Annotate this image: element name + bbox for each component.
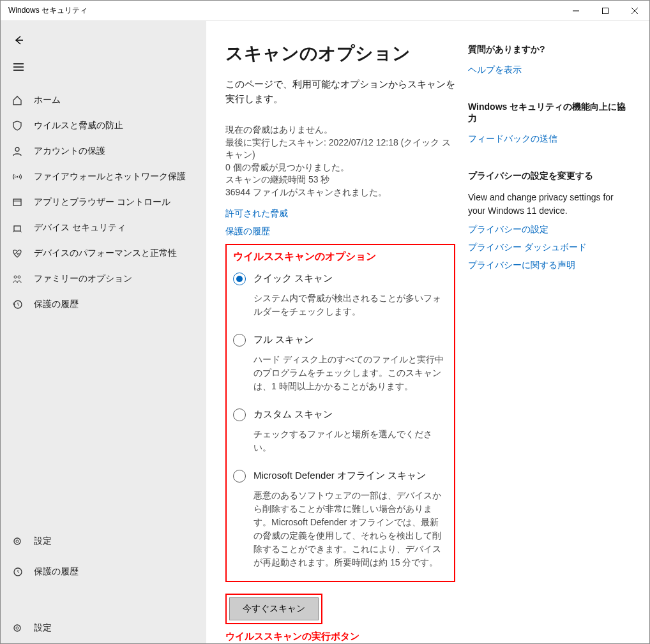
nav-virus[interactable]: ウイルスと脅威の防止 [1,113,206,139]
right-panel: 質問がありますか? ヘルプを表示 Windows セキュリティの機能向上に協力 … [468,41,628,628]
minimize-button[interactable] [561,1,591,21]
chip-icon [11,223,24,233]
radio-icon [233,273,246,285]
privacy-heading: プライバシーの設定を変更する [468,170,628,182]
history-icon [11,567,24,577]
maximize-button[interactable] [591,1,620,21]
status-duration: スキャンの継続時間 53 秒 [225,174,455,186]
nav-family[interactable]: ファミリーのオプション [1,266,206,292]
svg-point-8 [15,147,19,151]
antenna-icon [11,172,24,182]
window-icon [11,197,24,207]
svg-rect-10 [13,199,21,206]
scan-status: 現在の脅威はありません。 最後に実行したスキャン: 2022/07/12 12:… [225,124,455,199]
scan-options-highlight: ウイルススキャンのオプション クイック スキャン システム内で脅威が検出されるこ… [225,244,455,582]
page-title: スキャンのオプション [225,41,455,66]
scan-now-button[interactable]: 今すぐスキャン [229,597,319,620]
back-button[interactable] [6,29,31,52]
status-found: 0 個の脅威が見つかりました。 [225,161,455,174]
nav-home[interactable]: ホーム [1,87,206,113]
help-link[interactable]: ヘルプを表示 [468,64,628,76]
scan-options-heading: ウイルススキャンのオプション [233,250,448,264]
svg-point-15 [14,276,17,278]
back-arrow-icon [13,34,24,46]
svg-line-13 [13,231,14,232]
svg-rect-12 [14,226,20,231]
svg-point-21 [14,625,20,631]
menu-button[interactable] [6,56,31,79]
help-heading: 質問がありますか? [468,44,628,56]
radio-desc: チェックするファイルと場所を選んでください。 [253,428,448,454]
titlebar: Windows セキュリティ [1,1,649,21]
option-custom-scan[interactable]: カスタム スキャン チェックするファイルと場所を選んでください。 [233,408,448,454]
svg-point-19 [16,540,19,543]
radio-label: カスタム スキャン [253,408,333,421]
option-full-scan[interactable]: フル スキャン ハード ディスク上のすべてのファイルと実行中のプログラムをチェッ… [233,334,448,393]
close-icon [631,8,638,14]
main-content: スキャンのオプション このページで、利用可能なオプションからスキャンを実行します… [206,21,649,643]
minimize-icon [573,8,579,14]
person-icon [11,146,24,156]
nav-label: ファミリーのオプション [34,273,132,285]
privacy-dashboard-link[interactable]: プライバシー ダッシュボード [468,242,628,253]
home-icon [11,95,24,105]
nav-history-lower[interactable]: 保護の履歴 [1,557,206,587]
nav-history[interactable]: 保護の履歴 [1,292,206,317]
svg-rect-1 [603,8,608,13]
nav-label: ウイルスと脅威の防止 [34,120,123,131]
page-subtitle: このページで、利用可能なオプションからスキャンを実行します。 [225,77,455,106]
option-offline-scan[interactable]: Microsoft Defender オフライン スキャン 悪意のあるソフトウェ… [233,470,448,569]
scan-button-highlight: 今すぐスキャン [225,594,322,624]
privacy-settings-link[interactable]: プライバシーの設定 [468,224,628,236]
nav-account[interactable]: アカウントの保護 [1,139,206,164]
hamburger-icon [13,63,24,71]
svg-line-14 [20,231,22,232]
gear-icon [11,623,24,633]
nav-settings-upper[interactable]: 設定 [1,526,206,557]
privacy-desc: View and change privacy settings for you… [468,191,628,218]
nav-label: 保護の履歴 [34,566,79,578]
nav-list: ホーム ウイルスと脅威の防止 アカウントの保護 ファイアウォールとネットワーク保… [1,87,206,317]
radio-icon [233,334,246,347]
nav-firewall[interactable]: ファイアウォールとネットワーク保護 [1,164,206,190]
feedback-heading: Windows セキュリティの機能向上に協力 [468,101,628,124]
nav-appbrowser[interactable]: アプリとブラウザー コントロール [1,190,206,215]
status-files: 36944 ファイルがスキャンされました。 [225,186,455,199]
maximize-icon [602,8,608,14]
allowed-threats-link[interactable]: 許可された脅威 [225,208,455,220]
radio-desc: システム内で脅威が検出されることが多いフォルダーをチェックします。 [253,292,448,318]
nav-performance[interactable]: デバイスのパフォーマンスと正常性 [1,241,206,266]
radio-label: フル スキャン [253,334,314,346]
svg-point-16 [18,276,20,278]
protection-history-link[interactable]: 保護の履歴 [225,226,455,237]
status-last-scan: 最後に実行したスキャン: 2022/07/12 12:18 (クイック スキャン… [225,137,455,161]
heart-icon [11,248,24,258]
close-button[interactable] [620,1,649,21]
window-controls [561,1,649,21]
radio-desc: 悪意のあるソフトウェアの一部は、デバイスから削除することが非常に難しい場合があり… [253,489,448,569]
feedback-link[interactable]: フィードバックの送信 [468,133,628,145]
nav-label: アカウントの保護 [34,146,105,157]
svg-point-22 [16,627,19,629]
svg-point-9 [17,176,18,177]
nav-label: ファイアウォールとネットワーク保護 [34,171,186,183]
family-icon [11,274,24,284]
radio-label: Microsoft Defender オフライン スキャン [253,470,426,482]
nav-label: デバイス セキュリティ [34,222,126,234]
option-quick-scan[interactable]: クイック スキャン システム内で脅威が検出されることが多いフォルダーをチェックし… [233,273,448,318]
status-no-threats: 現在の脅威はありません。 [225,124,455,137]
privacy-statement-link[interactable]: プライバシーに関する声明 [468,260,628,271]
radio-label: クイック スキャン [253,273,333,285]
window-title: Windows セキュリティ [8,5,87,16]
shield-icon [11,121,24,131]
radio-icon [233,408,246,421]
nav-label: アプリとブラウザー コントロール [34,197,170,208]
radio-desc: ハード ディスク上のすべてのファイルと実行中のプログラムをチェックします。このス… [253,353,448,393]
nav-label: 設定 [34,535,52,547]
nav-settings-lower[interactable]: 設定 [1,613,206,643]
history-icon [11,299,24,310]
nav-label: デバイスのパフォーマンスと正常性 [34,248,177,259]
gear-icon [11,536,24,546]
scan-button-caption: ウイルススキャンの実行ボタン [225,631,455,643]
nav-device-security[interactable]: デバイス セキュリティ [1,215,206,241]
